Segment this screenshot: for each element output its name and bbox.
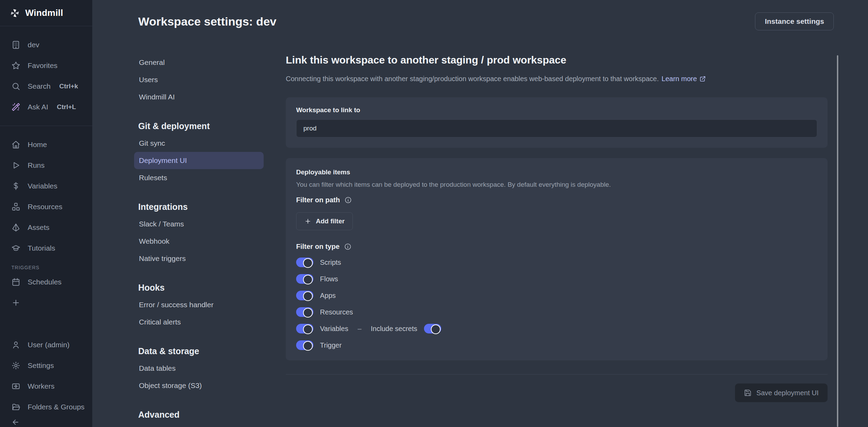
settings-nav-item-webhook[interactable]: Webhook [134, 233, 264, 250]
save-deployment-ui-button[interactable]: Save deployment UI [735, 384, 828, 402]
pyramid-icon [11, 223, 20, 232]
toggle-row-scripts: Scripts [296, 258, 817, 267]
sidebar-item-label: Favorites [28, 61, 57, 70]
settings-nav-heading-hooks: Hooks [138, 279, 264, 296]
arrow-left-icon [11, 418, 20, 426]
ask-ai-shortcut: Ctrl+L [57, 103, 76, 111]
external-link-icon [699, 76, 706, 82]
sidebar-item-label: Folders & Groups [28, 403, 85, 411]
settings-nav-heading-data-storage: Data & storage [138, 342, 264, 360]
learn-more-link[interactable]: Learn more [662, 75, 706, 83]
info-icon[interactable] [345, 196, 352, 204]
sidebar-item-workers[interactable]: Workers [0, 376, 92, 397]
settings-nav-item-object-storage[interactable]: Object storage (S3) [134, 377, 264, 394]
sidebar-item-schedules[interactable]: Schedules [0, 272, 92, 292]
app-logo[interactable]: Windmill [0, 0, 92, 26]
sidebar-item-label: Workers [28, 382, 55, 390]
content-divider [286, 374, 828, 375]
workspace-link-card: Workspace to link to [286, 97, 828, 148]
settings-nav-heading-advanced: Advanced [138, 406, 264, 423]
gear-icon [11, 361, 20, 370]
sidebar-add-button[interactable] [0, 292, 92, 313]
star-icon [11, 61, 20, 70]
settings-nav-item-general[interactable]: General [134, 54, 264, 71]
deployment-ui-panel: Link this workspace to another staging /… [286, 54, 868, 427]
dollar-icon [11, 182, 20, 191]
sidebar-item-variables[interactable]: Variables [0, 176, 92, 196]
triggers-section-label: TRIGGERS [0, 263, 92, 272]
add-filter-button[interactable]: Add filter [296, 212, 353, 230]
sidebar-item-label: Ask AI [28, 103, 48, 111]
folder-open-icon [11, 402, 20, 411]
flows-toggle[interactable] [296, 274, 313, 284]
include-secrets-toggle[interactable] [424, 324, 441, 333]
sidebar-item-label: Resources [28, 203, 62, 211]
settings-nav-item-git-sync[interactable]: Git sync [134, 135, 264, 152]
sidebar-item-ask-ai[interactable]: Ask AI Ctrl+L [0, 97, 92, 117]
toggle-label: Apps [320, 292, 336, 300]
home-icon [11, 140, 20, 149]
sidebar-item-label: Tutorials [28, 244, 55, 252]
sidebar-item-user[interactable]: User (admin) [0, 334, 92, 355]
sidebar-item-label: dev [28, 41, 39, 49]
workspace-link-input[interactable] [296, 119, 817, 137]
sidebar-item-label: Search [28, 82, 51, 90]
toggle-label: Resources [320, 308, 353, 316]
settings-nav: General Users Windmill AI Git & deployme… [138, 54, 264, 427]
scripts-toggle[interactable] [296, 258, 313, 267]
settings-nav-item-native-triggers[interactable]: Native triggers [134, 250, 264, 267]
sidebar-item-favorites[interactable]: Favorites [0, 55, 92, 76]
deployable-items-title: Deployable items [296, 168, 817, 176]
save-icon [744, 389, 752, 397]
deployable-items-card: Deployable items You can filter which it… [286, 158, 828, 360]
toggle-row-resources: Resources [296, 307, 817, 317]
sidebar-item-workspace[interactable]: dev [0, 35, 92, 55]
settings-nav-item-slack-teams[interactable]: Slack / Teams [134, 215, 264, 233]
collapse-sidebar-button[interactable] [0, 417, 92, 427]
filter-on-type-label: Filter on type [296, 243, 817, 251]
resources-toggle[interactable] [296, 307, 313, 317]
filter-on-type-text: Filter on type [296, 243, 340, 251]
toggle-row-flows: Flows [296, 274, 817, 284]
learn-more-label: Learn more [662, 75, 697, 83]
plus-icon [11, 298, 20, 307]
filter-on-path-text: Filter on path [296, 196, 340, 204]
save-button-label: Save deployment UI [756, 389, 819, 397]
sidebar-item-runs[interactable]: Runs [0, 155, 92, 176]
user-icon [11, 340, 20, 349]
sidebar-item-settings[interactable]: Settings [0, 355, 92, 376]
calendar-icon [11, 278, 20, 287]
vertical-scrollbar[interactable] [837, 55, 838, 427]
sidebar-item-home[interactable]: Home [0, 134, 92, 155]
toggle-row-apps: Apps [296, 291, 817, 300]
sidebar-item-folders-groups[interactable]: Folders & Groups [0, 397, 92, 417]
wand-sparkles-icon [11, 103, 20, 111]
settings-nav-item-rulesets[interactable]: Rulesets [134, 169, 264, 186]
toggle-label: Flows [320, 275, 338, 283]
sidebar: Windmill dev Favorites [0, 0, 92, 427]
info-icon[interactable] [344, 243, 351, 250]
settings-nav-item-users[interactable]: Users [134, 71, 264, 88]
sidebar-item-resources[interactable]: Resources [0, 196, 92, 217]
settings-nav-item-error-success-handler[interactable]: Error / success handler [134, 296, 264, 313]
app-name: Windmill [25, 8, 63, 18]
sidebar-item-label: User (admin) [28, 341, 69, 349]
apps-toggle[interactable] [296, 291, 313, 300]
sidebar-item-tutorials[interactable]: Tutorials [0, 238, 92, 259]
trigger-toggle[interactable] [296, 340, 313, 350]
toggle-row-variables: Variables – Include secrets [296, 324, 817, 333]
plus-icon [304, 218, 311, 225]
instance-settings-button[interactable]: Instance settings [755, 12, 834, 30]
settings-nav-item-critical-alerts[interactable]: Critical alerts [134, 313, 264, 331]
variables-toggle[interactable] [296, 324, 313, 333]
settings-nav-item-windmill-ai[interactable]: Windmill AI [134, 88, 264, 106]
page-header: Workspace settings: dev Instance setting… [92, 0, 868, 30]
sidebar-item-label: Settings [28, 361, 54, 370]
sidebar-item-label: Runs [28, 161, 45, 169]
sidebar-item-assets[interactable]: Assets [0, 217, 92, 238]
boxes-icon [11, 202, 20, 211]
settings-nav-item-deployment-ui[interactable]: Deployment UI [134, 152, 264, 169]
settings-nav-item-data-tables[interactable]: Data tables [134, 360, 264, 377]
sidebar-item-search[interactable]: Search Ctrl+k [0, 76, 92, 97]
toggle-label: Variables [320, 325, 348, 333]
